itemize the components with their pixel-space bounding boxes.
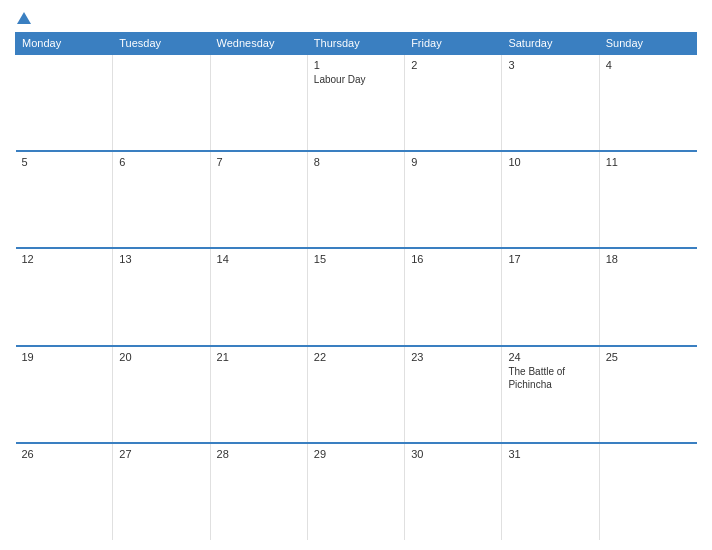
calendar-cell: 31 (502, 443, 599, 540)
day-number: 9 (411, 156, 495, 168)
calendar-cell: 30 (405, 443, 502, 540)
calendar-cell: 5 (16, 151, 113, 248)
calendar-cell: 9 (405, 151, 502, 248)
calendar-cell: 24The Battle of Pichincha (502, 346, 599, 443)
day-number: 20 (119, 351, 203, 363)
calendar-cell (16, 54, 113, 151)
calendar-week-row: 567891011 (16, 151, 697, 248)
calendar-cell: 28 (210, 443, 307, 540)
day-number: 13 (119, 253, 203, 265)
calendar-cell: 1Labour Day (307, 54, 404, 151)
calendar-cell: 18 (599, 248, 696, 345)
event-label: Labour Day (314, 73, 398, 86)
day-number: 7 (217, 156, 301, 168)
calendar-cell: 7 (210, 151, 307, 248)
calendar-cell: 10 (502, 151, 599, 248)
calendar-cell: 20 (113, 346, 210, 443)
calendar-table: MondayTuesdayWednesdayThursdayFridaySatu… (15, 32, 697, 540)
calendar-cell: 17 (502, 248, 599, 345)
day-number: 29 (314, 448, 398, 460)
logo-top (15, 10, 31, 26)
event-label: The Battle of Pichincha (508, 365, 592, 391)
day-number: 21 (217, 351, 301, 363)
day-number: 3 (508, 59, 592, 71)
day-number: 26 (22, 448, 107, 460)
day-number: 17 (508, 253, 592, 265)
calendar-week-row: 192021222324The Battle of Pichincha25 (16, 346, 697, 443)
day-of-week-header: Monday (16, 33, 113, 55)
calendar-cell: 27 (113, 443, 210, 540)
day-of-week-header: Friday (405, 33, 502, 55)
calendar-cell: 21 (210, 346, 307, 443)
logo (15, 10, 31, 26)
calendar-cell (113, 54, 210, 151)
calendar-cell: 19 (16, 346, 113, 443)
day-number: 16 (411, 253, 495, 265)
day-number: 4 (606, 59, 691, 71)
day-number: 28 (217, 448, 301, 460)
day-number: 1 (314, 59, 398, 71)
day-number: 27 (119, 448, 203, 460)
day-number: 5 (22, 156, 107, 168)
calendar-week-row: 12131415161718 (16, 248, 697, 345)
calendar-cell: 6 (113, 151, 210, 248)
day-of-week-header: Wednesday (210, 33, 307, 55)
header (15, 10, 697, 26)
calendar-cell (210, 54, 307, 151)
day-number: 18 (606, 253, 691, 265)
calendar-cell (599, 443, 696, 540)
day-number: 19 (22, 351, 107, 363)
calendar-cell: 12 (16, 248, 113, 345)
day-number: 23 (411, 351, 495, 363)
day-of-week-header: Saturday (502, 33, 599, 55)
day-number: 11 (606, 156, 691, 168)
day-of-week-header: Thursday (307, 33, 404, 55)
day-number: 6 (119, 156, 203, 168)
calendar-cell: 23 (405, 346, 502, 443)
calendar-cell: 3 (502, 54, 599, 151)
day-of-week-header: Tuesday (113, 33, 210, 55)
calendar-cell: 14 (210, 248, 307, 345)
day-number: 25 (606, 351, 691, 363)
day-number: 8 (314, 156, 398, 168)
calendar-cell: 2 (405, 54, 502, 151)
day-number: 14 (217, 253, 301, 265)
day-number: 31 (508, 448, 592, 460)
day-of-week-header: Sunday (599, 33, 696, 55)
calendar-week-row: 262728293031 (16, 443, 697, 540)
calendar-cell: 13 (113, 248, 210, 345)
calendar-cell: 4 (599, 54, 696, 151)
calendar-cell: 22 (307, 346, 404, 443)
calendar-header-row: MondayTuesdayWednesdayThursdayFridaySatu… (16, 33, 697, 55)
calendar-cell: 25 (599, 346, 696, 443)
page: MondayTuesdayWednesdayThursdayFridaySatu… (0, 0, 712, 550)
calendar-cell: 26 (16, 443, 113, 540)
calendar-week-row: 1Labour Day234 (16, 54, 697, 151)
logo-triangle-icon (17, 12, 31, 24)
calendar-cell: 8 (307, 151, 404, 248)
calendar-cell: 15 (307, 248, 404, 345)
day-number: 12 (22, 253, 107, 265)
day-number: 2 (411, 59, 495, 71)
day-number: 30 (411, 448, 495, 460)
day-number: 22 (314, 351, 398, 363)
calendar-cell: 16 (405, 248, 502, 345)
calendar-cell: 11 (599, 151, 696, 248)
day-number: 24 (508, 351, 592, 363)
day-number: 15 (314, 253, 398, 265)
calendar-cell: 29 (307, 443, 404, 540)
day-number: 10 (508, 156, 592, 168)
